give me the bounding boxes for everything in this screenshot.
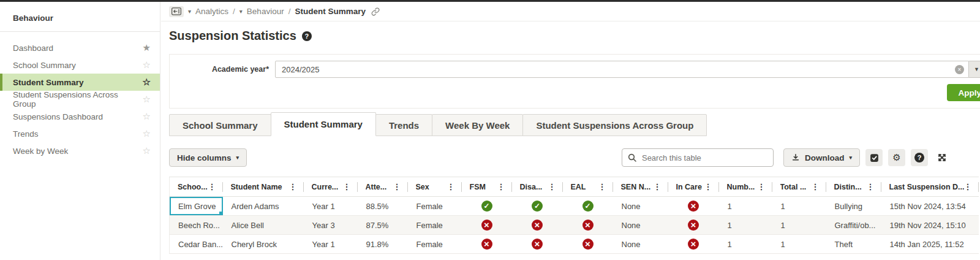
cell-fsm[interactable]	[462, 216, 512, 235]
col-header-sex[interactable]: Sex⋮	[408, 177, 462, 197]
star-icon[interactable]: ☆	[143, 94, 151, 105]
column-menu-icon[interactable]: ⋮	[867, 182, 881, 191]
col-header-attendance[interactable]: Atte...⋮	[358, 177, 408, 197]
star-icon[interactable]: ☆	[143, 59, 151, 71]
column-menu-icon[interactable]: ⋮	[964, 182, 979, 191]
sidebar-item-student-suspensions-across-group[interactable]: Student Suspensions Across Group ☆	[0, 91, 160, 108]
academic-year-input[interactable]	[275, 61, 969, 78]
col-header-disability[interactable]: Disa...⋮	[512, 177, 563, 197]
col-header-fsm[interactable]: FSM⋮	[462, 177, 512, 197]
star-icon[interactable]: ★	[143, 42, 151, 53]
cell-total[interactable]: 1	[772, 235, 826, 254]
cell-disability[interactable]	[512, 235, 563, 254]
col-header-student-name[interactable]: Student Name⋮	[223, 177, 304, 197]
download-button[interactable]: Download ▾	[783, 148, 860, 167]
collapse-sidebar-icon[interactable]	[169, 6, 184, 17]
cell-last-suspension[interactable]: 14th Jan 2025, 11:52	[881, 235, 979, 254]
cell-number[interactable]: 1	[719, 197, 772, 216]
cell-disability[interactable]	[512, 216, 563, 235]
cell-sen-need[interactable]: None	[613, 235, 668, 254]
cell-student-name[interactable]: Arden Adams	[223, 197, 304, 216]
breadcrumb-behaviour[interactable]: Behaviour	[247, 7, 284, 16]
cell-current-year[interactable]: Year 3	[304, 216, 358, 235]
cell-sen-need[interactable]: None	[613, 216, 668, 235]
help-icon[interactable]: ?	[302, 31, 312, 41]
column-menu-icon[interactable]: ⋮	[758, 182, 772, 191]
column-menu-icon[interactable]: ⋮	[447, 182, 462, 191]
cell-distinct[interactable]: Graffiti/ob...	[826, 216, 881, 235]
cell-total[interactable]: 1	[772, 197, 826, 216]
validated-data-button[interactable]	[865, 149, 883, 166]
column-menu-icon[interactable]: ⋮	[289, 182, 304, 191]
caret-down-icon[interactable]: ▾	[239, 8, 243, 15]
tab-student-summary[interactable]: Student Summary	[271, 112, 376, 136]
sidebar-item-student-summary[interactable]: Student Summary ☆	[0, 74, 160, 91]
cell-eal[interactable]	[563, 235, 613, 254]
copy-link-icon[interactable]	[371, 7, 380, 16]
cell-distinct[interactable]: Theft	[826, 235, 881, 254]
cell-eal[interactable]	[563, 197, 613, 216]
star-icon[interactable]: ☆	[143, 128, 151, 139]
sidebar-item-week-by-week[interactable]: Week by Week ☆	[0, 142, 160, 159]
col-header-in-care[interactable]: In Care⋮	[668, 177, 719, 197]
cell-attendance[interactable]: 87.5%	[358, 216, 408, 235]
table-help-button[interactable]: ?	[911, 149, 928, 166]
cell-distinct[interactable]: Bullying	[826, 197, 881, 216]
cell-disability[interactable]	[512, 197, 563, 216]
cell-last-suspension[interactable]: 19th Nov 2024, 15:10	[881, 216, 979, 235]
cell-fsm[interactable]	[462, 235, 512, 254]
settings-button[interactable]: ⚙	[888, 149, 905, 166]
column-menu-icon[interactable]: ⋮	[393, 182, 408, 191]
caret-down-icon[interactable]: ▾	[188, 8, 191, 15]
apply-button[interactable]: Apply	[947, 84, 980, 101]
tab-student-suspensions-across-group[interactable]: Student Suspensions Across Group	[522, 114, 707, 136]
cell-eal[interactable]	[563, 216, 613, 235]
cell-sex[interactable]: Female	[408, 197, 462, 216]
breadcrumb-analytics[interactable]: Analytics	[195, 7, 228, 16]
column-menu-icon[interactable]: ⋮	[598, 182, 613, 191]
cell-sen-need[interactable]: None	[613, 197, 668, 216]
col-header-total[interactable]: Total ...⋮	[772, 177, 826, 197]
cell-number[interactable]: 1	[719, 235, 772, 254]
cell-fsm[interactable]	[462, 197, 512, 216]
clear-selection-icon[interactable]: ×	[955, 65, 964, 74]
cell-last-suspension[interactable]: 15th Nov 2024, 13:54	[881, 197, 979, 216]
cell-current-year[interactable]: Year 1	[304, 197, 358, 216]
cell-attendance[interactable]: 91.8%	[358, 235, 408, 254]
tab-week-by-week[interactable]: Week By Week	[432, 114, 523, 136]
cell-total[interactable]: 1	[772, 216, 826, 235]
column-menu-icon[interactable]: ⋮	[654, 182, 668, 191]
cell-current-year[interactable]: Year 1	[304, 235, 358, 254]
cell-student-name[interactable]: Alice Bell	[223, 216, 304, 235]
col-header-distinct[interactable]: Distin...⋮	[826, 177, 881, 197]
search-input[interactable]	[622, 148, 774, 167]
star-icon[interactable]: ☆	[143, 77, 151, 88]
star-icon[interactable]: ☆	[143, 145, 151, 156]
cell-school[interactable]: Elm Grove	[170, 197, 223, 216]
cell-student-name[interactable]: Cheryl Brock	[223, 235, 304, 254]
cell-number[interactable]: 1	[719, 216, 772, 235]
col-header-last-suspension-date[interactable]: Last Suspension D...⋮	[881, 177, 979, 197]
col-header-current-year[interactable]: Curre...⋮	[304, 177, 358, 197]
cell-attendance[interactable]: 88.5%	[358, 197, 408, 216]
cell-in-care[interactable]	[668, 216, 719, 235]
column-menu-icon[interactable]: ⋮	[704, 182, 719, 191]
cell-school[interactable]: Beech Ro...	[170, 216, 223, 235]
cell-sex[interactable]: Female	[408, 216, 462, 235]
column-menu-icon[interactable]: ⋮	[548, 182, 563, 191]
col-header-eal[interactable]: EAL⋮	[563, 177, 613, 197]
dropdown-arrow-icon[interactable]: ▼	[969, 61, 980, 78]
cell-sex[interactable]: Female	[408, 235, 462, 254]
fullscreen-button[interactable]	[933, 149, 951, 166]
sidebar-item-school-summary[interactable]: School Summary ☆	[0, 56, 160, 74]
sidebar-item-suspensions-dashboard[interactable]: Suspensions Dashboard ☆	[0, 108, 160, 125]
hide-columns-button[interactable]: Hide columns ▾	[169, 148, 247, 167]
column-menu-icon[interactable]: ⋮	[497, 182, 512, 191]
cell-in-care[interactable]	[668, 235, 719, 254]
column-menu-icon[interactable]: ⋮	[208, 182, 223, 191]
sidebar-item-trends[interactable]: Trends ☆	[0, 125, 160, 142]
cell-in-care[interactable]	[668, 197, 719, 216]
col-header-number[interactable]: Numb...⋮	[719, 177, 772, 197]
tab-trends[interactable]: Trends	[375, 114, 432, 136]
column-menu-icon[interactable]: ⋮	[812, 182, 826, 191]
